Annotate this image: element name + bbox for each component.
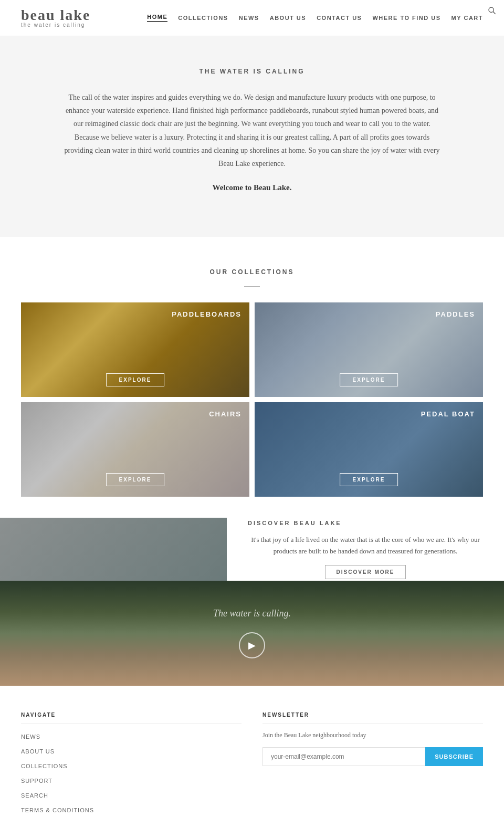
- chairs-explore-btn[interactable]: EXPLORE: [106, 473, 165, 486]
- nav-where[interactable]: WHERE TO FIND US: [372, 15, 440, 21]
- footer-link-collections[interactable]: COLLECTIONS: [21, 763, 68, 769]
- nav-collections[interactable]: COLLECTIONS: [178, 15, 228, 21]
- footer-link-terms[interactable]: TERMS & CONDITIONS: [21, 807, 94, 813]
- site-header: beau lake the water is calling HOME COLL…: [0, 0, 504, 36]
- hero-heading: THE WATER IS CALLING: [63, 68, 441, 75]
- collection-chairs: CHAIRS EXPLORE: [21, 402, 249, 497]
- collections-divider: [244, 286, 260, 287]
- site-footer: NAVIGATE NEWS ABOUT US COLLECTIONS SUPPO…: [0, 686, 504, 817]
- hero-welcome: Welcome to Beau Lake.: [63, 181, 441, 195]
- discover-image: [0, 518, 227, 581]
- discover-more-btn[interactable]: DISCOVER MORE: [325, 565, 405, 579]
- email-form: SUBSCRIBE: [262, 747, 483, 766]
- hero-body: The call of the water inspires and guide…: [63, 91, 441, 170]
- subscribe-button[interactable]: SUBSCRIBE: [425, 747, 483, 766]
- collection-pedalboat: PEDAL BOAT EXPLORE: [255, 402, 483, 497]
- list-item: ABOUT US: [21, 746, 242, 756]
- pedalboat-explore-btn[interactable]: EXPLORE: [340, 473, 398, 486]
- list-item: SEARCH: [21, 790, 242, 800]
- list-item: SUPPORT: [21, 776, 242, 785]
- newsletter-heading: NEWSLETTER: [262, 712, 483, 724]
- play-button[interactable]: ▶: [239, 632, 265, 658]
- paddleboards-explore-btn[interactable]: EXPLORE: [106, 373, 165, 386]
- nav-news[interactable]: NEWS: [239, 15, 259, 21]
- footer-link-news[interactable]: NEWS: [21, 734, 40, 740]
- list-item: TERMS & CONDITIONS: [21, 805, 242, 814]
- paddleboards-label: PADDLEBOARDS: [172, 310, 242, 318]
- logo: beau lake the water is calling: [21, 8, 90, 28]
- svg-point-0: [489, 7, 494, 12]
- hero-section: THE WATER IS CALLING The call of the wat…: [0, 36, 504, 237]
- main-nav: HOME COLLECTIONS NEWS ABOUT US CONTACT U…: [147, 14, 483, 22]
- video-section: The water is calling. ▶: [0, 581, 504, 686]
- collections-heading: OUR COLLECTIONS: [21, 268, 483, 276]
- play-icon: ▶: [248, 640, 256, 651]
- list-item: COLLECTIONS: [21, 761, 242, 770]
- discover-section: DISCOVER BEAU LAKE It's that joy of a li…: [0, 518, 504, 581]
- footer-link-support[interactable]: SUPPORT: [21, 778, 52, 784]
- list-item: NEWS: [21, 731, 242, 741]
- video-tagline: The water is calling.: [213, 608, 291, 619]
- footer-nav-heading: NAVIGATE: [21, 712, 242, 724]
- pedalboat-label: PEDAL BOAT: [421, 410, 475, 418]
- nav-contact[interactable]: CONTACT US: [317, 15, 362, 21]
- svg-line-1: [493, 12, 496, 14]
- nav-cart[interactable]: MY CART: [452, 15, 483, 21]
- discover-heading: DISCOVER BEAU LAKE: [248, 520, 483, 526]
- nav-home[interactable]: HOME: [147, 14, 167, 22]
- newsletter-body: Join the Beau Lake neighbourhood today: [262, 731, 483, 739]
- footer-link-about[interactable]: ABOUT US: [21, 748, 55, 755]
- paddles-label: PADDLES: [436, 310, 475, 318]
- discover-content: DISCOVER BEAU LAKE It's that joy of a li…: [227, 518, 504, 581]
- footer-nav-list: NEWS ABOUT US COLLECTIONS SUPPORT SEARCH…: [21, 731, 242, 817]
- search-icon[interactable]: [488, 6, 496, 17]
- footer-navigate: NAVIGATE NEWS ABOUT US COLLECTIONS SUPPO…: [21, 712, 242, 817]
- footer-newsletter: NEWSLETTER Join the Beau Lake neighbourh…: [262, 712, 483, 817]
- footer-top: NAVIGATE NEWS ABOUT US COLLECTIONS SUPPO…: [21, 712, 483, 817]
- chairs-label: CHAIRS: [209, 410, 242, 418]
- nav-about[interactable]: ABOUT US: [270, 15, 306, 21]
- discover-body: It's that joy of a life lived on the wat…: [248, 534, 483, 557]
- logo-main: beau lake: [21, 8, 90, 23]
- collections-grid: PADDLEBOARDS EXPLORE PADDLES EXPLORE CHA…: [21, 302, 483, 497]
- collections-section: OUR COLLECTIONS PADDLEBOARDS EXPLORE PAD…: [0, 237, 504, 518]
- footer-link-search[interactable]: SEARCH: [21, 792, 48, 799]
- paddles-explore-btn[interactable]: EXPLORE: [340, 373, 398, 386]
- logo-tagline: the water is calling: [21, 23, 90, 28]
- collection-paddles: PADDLES EXPLORE: [255, 302, 483, 397]
- collection-paddleboards: PADDLEBOARDS EXPLORE: [21, 302, 249, 397]
- email-input[interactable]: [262, 747, 425, 766]
